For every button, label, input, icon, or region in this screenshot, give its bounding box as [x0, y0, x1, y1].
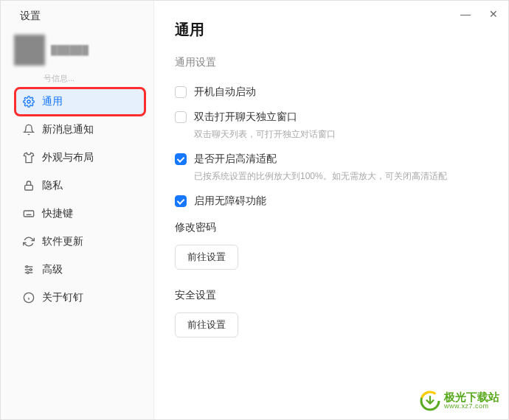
svg-point-12 [30, 269, 32, 271]
sidebar-item-about[interactable]: 关于钉钉 [15, 284, 145, 311]
sidebar-item-label: 快捷键 [42, 207, 73, 220]
svg-rect-1 [25, 185, 33, 190]
password-settings-button[interactable]: 前往设置 [175, 245, 238, 270]
option-autostart: 开机自动启动 [175, 85, 488, 99]
close-button[interactable]: ✕ [486, 7, 501, 21]
watermark-logo-icon [419, 390, 441, 412]
watermark-sub: www.xz7.com [444, 403, 499, 410]
checkbox-accessibility[interactable] [175, 195, 187, 207]
sidebar-item-privacy[interactable]: 隐私 [15, 172, 145, 199]
bell-icon [23, 124, 35, 136]
sidebar-item-label: 隐私 [42, 179, 63, 192]
option-label: 双击打开聊天独立窗口 [194, 111, 297, 124]
minimize-button[interactable]: — [458, 7, 473, 21]
security-settings-button[interactable]: 前往设置 [175, 312, 238, 337]
sidebar-item-label: 关于钉钉 [42, 291, 83, 304]
option-doubleclick-window: 双击打开聊天独立窗口 双击聊天列表，可打开独立对话窗口 [175, 111, 488, 141]
sidebar-item-notifications[interactable]: 新消息通知 [15, 116, 145, 143]
shirt-icon [23, 152, 35, 164]
profile-name: ██████ [51, 45, 89, 55]
checkbox-doubleclick[interactable] [175, 111, 187, 123]
checkbox-hidpi[interactable] [175, 153, 187, 165]
option-label: 启用无障碍功能 [194, 195, 266, 208]
option-desc: 双击聊天列表，可打开独立对话窗口 [194, 128, 488, 141]
settings-title: 设置 [7, 1, 153, 29]
password-section-title: 修改密码 [175, 221, 488, 234]
option-label: 是否开启高清适配 [194, 153, 277, 166]
svg-point-13 [27, 272, 29, 274]
sidebar-item-shortcuts[interactable]: 快捷键 [15, 200, 145, 227]
svg-point-11 [26, 266, 28, 268]
watermark-main: 极光下载站 [444, 391, 499, 404]
sidebar-item-general[interactable]: 通用 [15, 88, 145, 115]
avatar [14, 35, 45, 66]
nav-list: 通用 新消息通知 外观与布局 隐私 快捷键 [7, 84, 153, 312]
profile-block[interactable]: ██████ [7, 29, 153, 71]
sidebar-item-updates[interactable]: 软件更新 [15, 228, 145, 255]
option-hidpi: 是否开启高清适配 已按系统设置的比例放大到100%。如无需放大，可关闭高清适配 [175, 153, 488, 183]
sidebar: 设置 ██████ 号信息... 通用 新消息通知 外观与布局 [1, 1, 154, 419]
main-panel: — ✕ 通用 通用设置 开机自动启动 双击打开聊天独立窗口 双击聊天列表，可打开… [154, 1, 508, 419]
sidebar-item-label: 通用 [42, 95, 63, 108]
gear-icon [23, 96, 35, 108]
sliders-icon [23, 264, 35, 276]
info-icon [23, 292, 35, 304]
security-section-title: 安全设置 [175, 289, 488, 302]
sidebar-item-label: 高级 [42, 263, 63, 276]
option-label: 开机自动启动 [194, 85, 256, 99]
sidebar-item-label: 外观与布局 [42, 151, 94, 164]
checkbox-autostart[interactable] [175, 86, 187, 98]
profile-sublabel: 号信息... [44, 73, 153, 84]
svg-point-0 [27, 100, 30, 103]
sidebar-item-appearance[interactable]: 外观与布局 [15, 144, 145, 171]
sidebar-item-label: 软件更新 [42, 235, 83, 248]
section-label: 通用设置 [175, 56, 488, 69]
keyboard-icon [23, 208, 35, 220]
svg-rect-2 [24, 211, 33, 217]
option-accessibility: 启用无障碍功能 [175, 195, 488, 208]
sidebar-item-label: 新消息通知 [42, 123, 94, 136]
sidebar-item-advanced[interactable]: 高级 [15, 256, 145, 283]
window-controls: — ✕ [458, 7, 501, 21]
lock-icon [23, 180, 35, 192]
watermark: 极光下载站 www.xz7.com [419, 390, 499, 412]
page-title: 通用 [175, 20, 488, 40]
option-desc: 已按系统设置的比例放大到100%。如无需放大，可关闭高清适配 [194, 170, 488, 183]
refresh-icon [23, 236, 35, 248]
